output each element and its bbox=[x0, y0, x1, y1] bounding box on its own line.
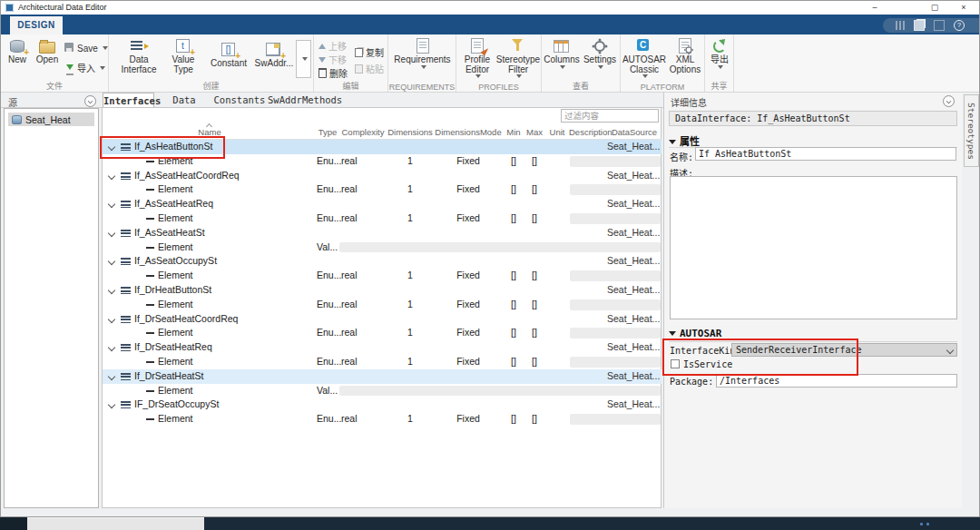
table-row[interactable]: If_DrSeatHeatCoordReqSeat_Heat... bbox=[103, 312, 662, 327]
copy-row-button[interactable]: 复制 bbox=[355, 45, 384, 59]
constant-button[interactable]: []+ Constant bbox=[205, 38, 252, 69]
table-row[interactable]: ElementEnu...real1Fixed[][] bbox=[103, 154, 662, 169]
column-header-description[interactable]: Description bbox=[569, 123, 607, 142]
column-header-type[interactable]: Type bbox=[317, 123, 338, 142]
tree-item-seat-heat[interactable]: Seat_Heat bbox=[8, 113, 94, 126]
table-body: If_AsHeatButtonStSeat_Heat... ElementEnu… bbox=[103, 140, 662, 427]
table-row[interactable]: ElementEnu...real1Fixed[][] bbox=[103, 326, 662, 340]
profile-editor-button[interactable]: Profile Editor bbox=[458, 38, 496, 78]
table-row[interactable]: If_DrHeatButtonStSeat_Heat... bbox=[103, 283, 662, 298]
autosar-classic-button[interactable]: C AUTOSAR Classic bbox=[622, 38, 666, 78]
table-row[interactable]: If_AsHeatButtonStSeat_Heat... bbox=[103, 140, 662, 154]
column-header-datasource[interactable]: DataSource bbox=[607, 123, 662, 142]
browser-collapse-button[interactable] bbox=[84, 95, 96, 107]
table-row[interactable]: ElementEnu...real1Fixed[][] bbox=[103, 298, 662, 312]
table-row[interactable]: ElementEnu...real1Fixed[][] bbox=[103, 211, 662, 226]
move-down-button[interactable]: 下移 bbox=[318, 53, 347, 66]
package-field[interactable] bbox=[716, 374, 957, 388]
minimize-button[interactable]: – bbox=[861, 1, 888, 15]
chevron-down-icon[interactable] bbox=[108, 230, 115, 237]
column-header-unit[interactable]: Unit bbox=[545, 123, 569, 142]
tab-swaddrmethods[interactable]: SwAddrMethods bbox=[268, 93, 338, 108]
column-header-complexity[interactable]: Complexity bbox=[338, 123, 387, 142]
maximize-button[interactable]: ▢ bbox=[921, 1, 948, 15]
element-icon bbox=[146, 189, 154, 191]
column-header-max[interactable]: Max bbox=[524, 123, 545, 142]
column-header-min[interactable]: Min bbox=[504, 123, 524, 142]
interface-icon bbox=[121, 401, 131, 408]
table-row[interactable]: ElementVal... bbox=[103, 240, 662, 255]
taskbar-start-segment[interactable] bbox=[0, 517, 27, 530]
chevron-down-icon[interactable] bbox=[108, 201, 115, 208]
filter-input[interactable] bbox=[561, 109, 659, 123]
column-header-name[interactable]: Name bbox=[103, 123, 317, 142]
taskbar-active-app[interactable] bbox=[27, 517, 204, 530]
move-up-button[interactable]: 上移 bbox=[318, 39, 347, 53]
table-row[interactable]: If_DrSeatHeatReqSeat_Heat... bbox=[103, 340, 662, 355]
interface-kind-dropdown[interactable]: SenderReceiverInterface bbox=[731, 343, 957, 357]
table-row[interactable]: ElementEnu...real1Fixed[][] bbox=[103, 269, 662, 283]
table-row[interactable]: If_AsSeatHeatCoordReqSeat_Heat... bbox=[103, 169, 662, 183]
data-interface-button[interactable]: Data Interface bbox=[116, 38, 162, 74]
table-row[interactable]: ElementEnu...real1Fixed[][] bbox=[103, 355, 662, 369]
chevron-down-icon[interactable] bbox=[108, 373, 115, 380]
open-button[interactable]: Open bbox=[34, 38, 61, 65]
properties-section-header[interactable]: 属性 bbox=[669, 133, 957, 148]
table-row[interactable]: ElementEnu...real1Fixed[][] bbox=[103, 182, 662, 197]
columns-button[interactable]: Columns bbox=[544, 38, 580, 69]
export-button[interactable]: 导出 bbox=[707, 38, 732, 69]
quick-access-toolbar: ? bbox=[883, 18, 979, 33]
import-button[interactable]: 导入 bbox=[64, 61, 105, 74]
tray-icon[interactable] bbox=[920, 523, 923, 525]
details-collapse-button[interactable] bbox=[943, 95, 955, 107]
table-row[interactable]: If_DrSeatHeatStSeat_Heat... bbox=[103, 369, 662, 384]
is-service-checkbox[interactable] bbox=[671, 359, 680, 368]
table-row[interactable]: If_AsSeatHeatStSeat_Heat... bbox=[103, 226, 662, 240]
table-row[interactable]: If_AsSeatOccupyStSeat_Heat... bbox=[103, 254, 662, 269]
autosar-section-header[interactable]: AUTOSAR bbox=[669, 328, 957, 342]
column-header-dimensions[interactable]: Dimensions bbox=[387, 123, 433, 142]
chevron-down-icon bbox=[475, 74, 481, 78]
copy-icon[interactable] bbox=[914, 20, 925, 31]
table-row[interactable]: If_AsSeatHeatReqSeat_Heat... bbox=[103, 197, 662, 211]
tab-data-types[interactable]: Data Types bbox=[157, 93, 211, 108]
chevron-down-icon[interactable] bbox=[100, 66, 105, 70]
column-header-dimensionsmode[interactable]: DimensionsMode bbox=[433, 123, 504, 142]
sw-addr-button[interactable]: + SwAddr... bbox=[254, 38, 294, 69]
table-row[interactable]: IF_DrSeatOccupyStSeat_Heat... bbox=[103, 398, 662, 412]
tab-design[interactable]: DESIGN bbox=[10, 16, 63, 34]
tab-constants[interactable]: Constants bbox=[213, 93, 266, 108]
settings-button[interactable]: Settings bbox=[582, 38, 618, 69]
delete-button[interactable]: 删除 bbox=[318, 66, 348, 80]
stereotype-filter-button[interactable]: Stereotype Filter bbox=[496, 38, 540, 78]
new-button[interactable]: + New bbox=[5, 38, 30, 65]
chevron-down-icon[interactable] bbox=[108, 258, 115, 265]
chevron-down-icon[interactable] bbox=[108, 143, 115, 151]
description-field[interactable] bbox=[670, 176, 957, 319]
help-icon[interactable]: ? bbox=[954, 20, 965, 31]
community-icon[interactable] bbox=[896, 21, 905, 30]
chevron-down-icon[interactable] bbox=[108, 172, 115, 179]
value-type-button[interactable]: t+ Value Type bbox=[165, 38, 201, 74]
table-row[interactable]: ElementEnu...real1Fixed[][] bbox=[103, 412, 662, 427]
chevron-down-icon[interactable] bbox=[103, 46, 108, 50]
paste-icon[interactable] bbox=[934, 20, 945, 31]
save-button[interactable]: Save bbox=[64, 43, 108, 54]
chevron-down-icon[interactable] bbox=[108, 315, 115, 322]
table-row[interactable]: ElementVal... bbox=[103, 384, 662, 398]
paste-row-button[interactable]: 粘贴 bbox=[355, 62, 384, 75]
tray-icon[interactable] bbox=[926, 523, 929, 525]
screen: Architectural Data Editor – ▢ × DESIGN ?… bbox=[0, 0, 980, 530]
section-label-file: 文件 bbox=[1, 80, 108, 92]
name-field[interactable] bbox=[695, 147, 956, 161]
xml-options-button[interactable]: XML Options bbox=[668, 38, 702, 74]
chevron-down-icon[interactable] bbox=[108, 287, 115, 294]
close-button[interactable]: × bbox=[950, 1, 977, 15]
chevron-down-icon[interactable] bbox=[108, 344, 115, 351]
create-gallery-dropdown[interactable] bbox=[296, 40, 311, 78]
tab-stereotypes[interactable]: Stereotypes bbox=[964, 94, 979, 167]
disabled-cells bbox=[570, 184, 661, 195]
chevron-down-icon[interactable] bbox=[108, 401, 115, 408]
tab-interfaces[interactable]: Interfaces bbox=[103, 93, 154, 108]
requirements-button[interactable]: Requirements bbox=[393, 38, 452, 69]
